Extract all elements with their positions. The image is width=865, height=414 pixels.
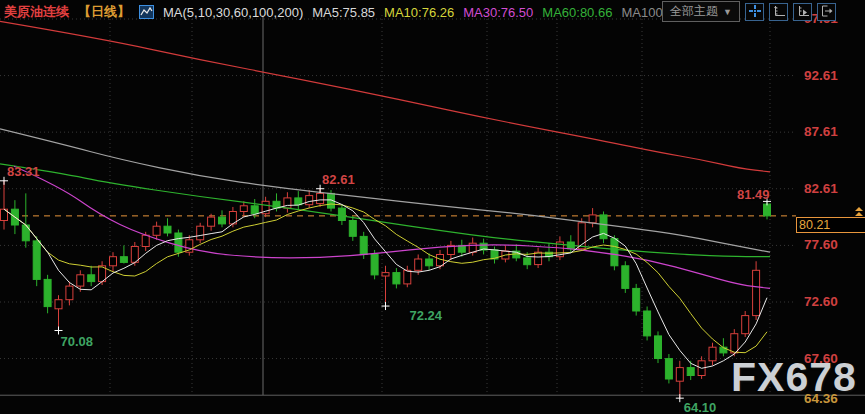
ma60-value-label: MA60:80.66 [542,5,612,20]
axis-scale-icon [773,3,785,21]
crosshair-icon [749,3,761,21]
price-up-arrow-icon [855,207,863,217]
exit-chart-icon [821,3,833,21]
theme-dropdown-label: 全部主题 [670,3,718,20]
ma5-value-label: MA5:75.85 [312,5,375,20]
chart-annotation: 81.49 [737,187,770,202]
candlestick-plot[interactable] [0,0,865,414]
y-axis-label: 92.61 [804,68,838,83]
ma-settings-label: MA(5,10,30,60,100,200) [163,5,303,20]
chart-annotation: 64.10 [684,400,717,414]
chart-annotation: 70.08 [61,334,94,349]
exit-chart-button[interactable] [817,3,836,21]
y-axis-label: 72.60 [804,294,838,309]
ma30-value-label: MA30:76.50 [463,5,533,20]
axis-scale-button[interactable] [769,3,788,21]
crude-oil-daily-chart: 美原油连续 【日线】 MA(5,10,30,60,100,200) MA5:75… [0,0,865,414]
chart-annotation: 72.24 [410,308,443,323]
axis-play-button[interactable] [793,3,812,21]
chart-toolbar: 全部主题 ▼ [662,1,836,22]
ma100-value-label: MA100 [621,5,662,20]
chart-type-icon[interactable] [139,5,154,19]
ma10-value-label: MA10:76.26 [384,5,454,20]
chart-annotation: 82.61 [322,172,355,187]
theme-dropdown[interactable]: 全部主题 ▼ [662,1,740,22]
symbol-title: 美原油连续 [4,3,69,21]
period-label: 【日线】 [78,3,130,21]
y-axis-label: 87.61 [804,124,838,139]
axis-play-icon [797,3,809,21]
chart-header: 美原油连续 【日线】 MA(5,10,30,60,100,200) MA5:75… [4,3,663,21]
y-axis-bottom-label: 64.36 [804,391,838,406]
chevron-down-icon: ▼ [723,7,732,17]
y-axis-label: 77.60 [804,237,838,252]
current-price-badge: 80.21 [796,217,865,233]
current-price-value: 80.21 [799,218,830,232]
crosshair-button[interactable] [745,3,764,21]
y-axis-label: 82.61 [804,181,838,196]
y-axis-label: 67.60 [804,351,838,366]
chart-annotation: 83.31 [7,164,40,179]
